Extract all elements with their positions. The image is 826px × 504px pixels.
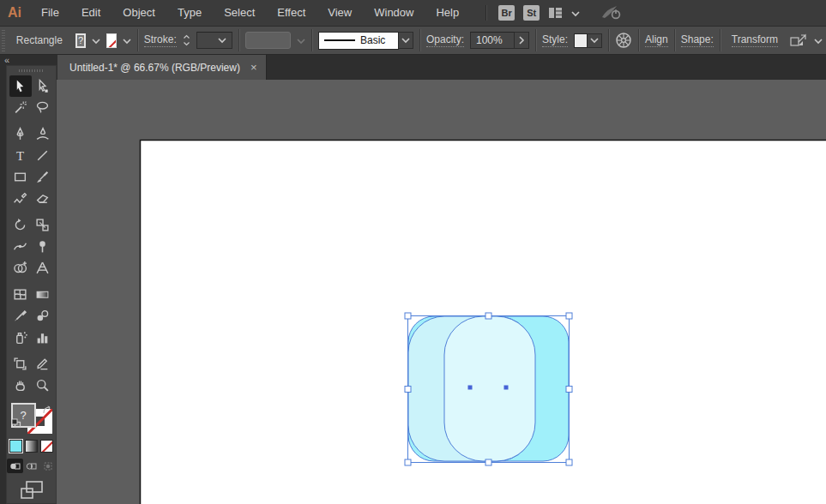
- selected-artwork[interactable]: [408, 316, 569, 461]
- magic-wand-tool[interactable]: [9, 97, 32, 118]
- canvas[interactable]: [57, 80, 826, 504]
- menu-select[interactable]: Select: [213, 0, 266, 26]
- opacity-expand-icon[interactable]: [515, 32, 529, 49]
- width-tool[interactable]: [9, 236, 32, 257]
- rotate-tool[interactable]: [9, 214, 32, 236]
- puppet-warp-tool[interactable]: [32, 236, 54, 257]
- menu-edit[interactable]: Edit: [70, 0, 112, 26]
- style-label[interactable]: Style:: [542, 33, 568, 47]
- column-graph-tool[interactable]: [32, 327, 54, 348]
- blend-tool[interactable]: [32, 305, 54, 327]
- menu-items: FileEditObjectTypeSelectEffectViewWindow…: [30, 0, 470, 26]
- lasso-tool[interactable]: [32, 97, 54, 118]
- stroke-weight-stepper[interactable]: [183, 34, 190, 46]
- selection-handle[interactable]: [405, 313, 411, 319]
- stroke-profile-field[interactable]: Basic: [318, 32, 399, 50]
- recolor-artwork-icon[interactable]: [615, 32, 632, 49]
- menu-help[interactable]: Help: [425, 0, 470, 26]
- canvas-svg[interactable]: [57, 80, 826, 504]
- line-segment-tool[interactable]: [32, 145, 54, 166]
- object-center-point[interactable]: [468, 386, 473, 390]
- fill-stroke-indicator: ?: [11, 403, 52, 434]
- menu-type[interactable]: Type: [166, 0, 213, 26]
- rectangle-tool[interactable]: [9, 166, 32, 188]
- divider: [535, 29, 536, 51]
- style-swatch[interactable]: [574, 33, 588, 48]
- menu-view[interactable]: View: [317, 0, 363, 26]
- stroke-chevron-icon[interactable]: [123, 33, 131, 48]
- zoom-tool[interactable]: [32, 375, 54, 396]
- direct-selection-tool[interactable]: [32, 75, 54, 97]
- collapse-panel-button[interactable]: «: [4, 56, 9, 64]
- eyedropper-tool[interactable]: [9, 305, 32, 327]
- gpu-performance-icon[interactable]: [600, 4, 623, 21]
- selection-handle[interactable]: [566, 313, 572, 319]
- illustrator-window: Ai FileEditObjectTypeSelectEffectViewWin…: [0, 0, 826, 504]
- selection-tool[interactable]: [9, 75, 32, 97]
- hand-tool[interactable]: [9, 375, 32, 396]
- shape-builder-tool[interactable]: [9, 257, 32, 279]
- brush-definition-dropdown: [245, 32, 291, 49]
- stock-button[interactable]: St: [523, 5, 540, 21]
- align-panel-link[interactable]: Align: [645, 33, 668, 47]
- draw-normal-button[interactable]: [7, 459, 23, 473]
- isolate-object-icon[interactable]: [789, 33, 808, 48]
- stroke-weight-label[interactable]: Stroke:: [144, 33, 177, 47]
- apply-none-button[interactable]: [40, 440, 53, 453]
- style-control: [574, 33, 602, 48]
- draw-inside-button[interactable]: [39, 459, 56, 473]
- chevron-down-icon[interactable]: [571, 5, 580, 21]
- menu-object[interactable]: Object: [112, 0, 166, 26]
- symbol-sprayer-tool[interactable]: [9, 327, 32, 348]
- bridge-button[interactable]: Br: [498, 5, 515, 21]
- fill-chevron-icon[interactable]: [92, 33, 100, 48]
- tools-panel-grip[interactable]: [19, 69, 45, 72]
- menu-window[interactable]: Window: [363, 0, 425, 26]
- slice-tool[interactable]: [32, 353, 54, 375]
- artboard-tool[interactable]: [9, 353, 32, 375]
- panel-grip[interactable]: [2, 29, 5, 51]
- rounded-rectangle-shape-3[interactable]: [444, 316, 535, 461]
- mesh-tool[interactable]: [9, 284, 32, 305]
- panel-menu-chevron-icon[interactable]: [814, 33, 823, 48]
- menu-file[interactable]: File: [30, 0, 70, 26]
- type-tool[interactable]: T: [9, 145, 32, 166]
- selection-handle[interactable]: [405, 387, 411, 393]
- brush-chevron-icon: [297, 33, 305, 48]
- selection-handle[interactable]: [405, 459, 411, 465]
- apply-gradient-button[interactable]: [25, 440, 38, 453]
- gradient-tool[interactable]: [32, 284, 54, 305]
- eraser-tool[interactable]: [32, 188, 54, 209]
- opacity-input[interactable]: 100%: [470, 32, 515, 49]
- stroke-color-swatch[interactable]: [106, 33, 117, 48]
- screen-mode-icon[interactable]: [21, 481, 43, 503]
- document-tab[interactable]: Untitled-1* @ 66.67% (RGB/Preview) ×: [57, 55, 267, 80]
- apply-color-button[interactable]: [9, 440, 22, 453]
- perspective-grid-tool[interactable]: [32, 257, 54, 279]
- swap-fill-stroke-icon[interactable]: [42, 403, 51, 418]
- apply-color-row: [9, 440, 53, 453]
- opacity-label[interactable]: Opacity:: [426, 33, 464, 47]
- stroke-weight-combo[interactable]: [196, 32, 232, 49]
- default-fill-stroke-icon[interactable]: [11, 417, 21, 432]
- menu-effect[interactable]: Effect: [266, 0, 317, 26]
- stroke-profile-chevron[interactable]: [399, 32, 413, 49]
- variable-width-profile[interactable]: Basic: [318, 32, 413, 50]
- style-chevron[interactable]: [588, 33, 602, 48]
- transform-panel-link[interactable]: Transform: [732, 33, 778, 47]
- selection-handle[interactable]: [485, 459, 491, 465]
- shaper-tool[interactable]: [9, 188, 32, 209]
- paintbrush-tool[interactable]: [32, 166, 54, 188]
- selection-handle[interactable]: [485, 313, 491, 319]
- shape-panel-link[interactable]: Shape:: [681, 33, 714, 47]
- object-center-point[interactable]: [504, 386, 509, 390]
- fill-color-swatch[interactable]: ?: [75, 33, 86, 48]
- draw-behind-button[interactable]: [23, 459, 39, 473]
- selection-handle[interactable]: [566, 459, 572, 465]
- selection-handle[interactable]: [566, 387, 572, 393]
- close-tab-icon[interactable]: ×: [250, 62, 257, 73]
- workspace-switcher-icon[interactable]: [548, 7, 563, 19]
- scale-tool[interactable]: [32, 214, 54, 236]
- curvature-tool[interactable]: [32, 123, 54, 145]
- pen-tool[interactable]: [9, 123, 32, 145]
